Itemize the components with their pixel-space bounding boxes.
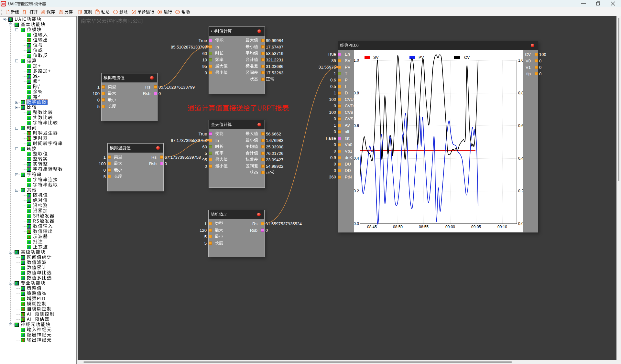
svg-text:09:00: 09:00 — [445, 225, 455, 229]
svg-text:0.4: 0.4 — [354, 156, 359, 161]
svg-text:0.6: 0.6 — [354, 123, 359, 128]
svg-text:09:10: 09:10 — [497, 225, 507, 229]
svg-text:0.0: 0.0 — [354, 221, 359, 226]
svg-text:CV: CV — [464, 55, 470, 60]
svg-text:0.4: 0.4 — [518, 156, 523, 161]
svg-text:1.0: 1.0 — [518, 58, 523, 63]
svg-text:0.2: 0.2 — [518, 189, 523, 193]
svg-text:0.0: 0.0 — [518, 221, 523, 226]
svg-text:1.0: 1.0 — [354, 58, 359, 63]
svg-text:09:05: 09:05 — [471, 225, 481, 229]
svg-text:08:55: 08:55 — [419, 225, 429, 229]
svg-text:08:50: 08:50 — [393, 225, 403, 229]
svg-text:0.2: 0.2 — [354, 189, 359, 193]
svg-text:0.8: 0.8 — [518, 91, 523, 95]
svg-text:0.6: 0.6 — [518, 123, 523, 128]
svg-text:08:45: 08:45 — [367, 225, 377, 229]
svg-text:SV: SV — [373, 55, 379, 60]
svg-text:0.8: 0.8 — [354, 91, 359, 95]
